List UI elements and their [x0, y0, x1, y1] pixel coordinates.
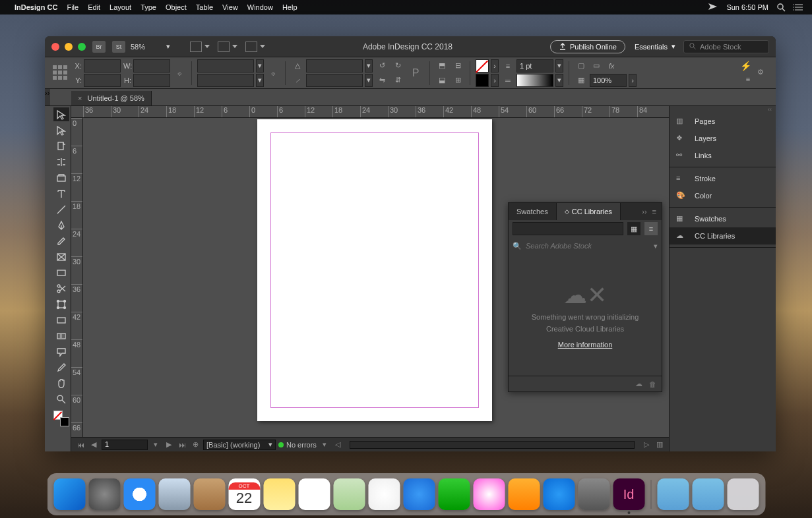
vertical-ruler[interactable]: 0612182430364248546066: [71, 118, 83, 437]
window-close-button[interactable]: [51, 43, 59, 51]
menu-window[interactable]: Window: [247, 3, 273, 11]
fx-icon[interactable]: fx: [605, 59, 618, 72]
scale-x-dropdown[interactable]: ▾: [256, 59, 264, 72]
window-zoom-button[interactable]: [78, 43, 86, 51]
type-tool[interactable]: [53, 187, 69, 200]
pen-tool[interactable]: [53, 218, 69, 232]
arrange-icon[interactable]: [218, 42, 230, 52]
panel-menu-icon[interactable]: ≡: [652, 208, 656, 216]
horizontal-ruler[interactable]: 363024181260612182430364248546066727884: [71, 106, 669, 118]
menu-layout[interactable]: Layout: [109, 3, 131, 11]
panel-color[interactable]: 🎨Color: [670, 187, 776, 204]
menu-view[interactable]: View: [222, 3, 238, 11]
preflight-dropdown[interactable]: ▾: [319, 440, 330, 450]
panel-cc-libraries[interactable]: ☁CC Libraries: [670, 227, 776, 245]
dock-indesign[interactable]: Id: [613, 478, 644, 510]
scroll-right[interactable]: ▷: [641, 440, 652, 450]
scissors-tool[interactable]: [53, 281, 69, 295]
document-page[interactable]: [257, 119, 492, 421]
content-collector-tool[interactable]: [53, 171, 69, 185]
select-content-icon[interactable]: ⬓: [435, 74, 449, 87]
document-canvas[interactable]: Swatches ◇CC Libraries ››≡ ▦ ≡ 🔍: [83, 118, 669, 437]
library-select-dropdown[interactable]: [513, 222, 623, 235]
panel-stroke[interactable]: ≡Stroke: [670, 170, 776, 187]
dock-photos[interactable]: [368, 478, 400, 510]
grid-view-button[interactable]: ▦: [627, 222, 640, 235]
flip-v-icon[interactable]: ⇵: [391, 74, 404, 87]
fill-stroke-widget[interactable]: [53, 411, 69, 426]
horizontal-scrollbar[interactable]: [350, 441, 635, 449]
fill-swatch[interactable]: [476, 59, 489, 72]
menubar-clock[interactable]: Sun 6:50 PM: [726, 3, 768, 11]
panel-pages[interactable]: ▥Pages: [670, 113, 776, 130]
stock-search-input[interactable]: [526, 242, 650, 250]
hand-tool[interactable]: [53, 376, 69, 390]
rotate-field[interactable]: [306, 59, 363, 72]
control-menu-icon[interactable]: ≡: [741, 72, 755, 86]
menu-table[interactable]: Table: [196, 3, 213, 11]
page-tool[interactable]: [53, 139, 69, 153]
rotate-ccw-icon[interactable]: ↺: [375, 59, 389, 72]
select-next-icon[interactable]: ⊞: [451, 74, 464, 87]
menu-file[interactable]: File: [67, 3, 78, 11]
dock-apps-folder[interactable]: [657, 478, 689, 510]
gradient-feather-tool[interactable]: [53, 329, 69, 343]
dock-finder[interactable]: [53, 478, 85, 510]
library-delete-icon[interactable]: 🗑: [649, 380, 656, 388]
rotate-cw-icon[interactable]: ↻: [391, 59, 404, 72]
panel-tab-cc-libraries[interactable]: ◇CC Libraries: [557, 203, 621, 220]
panel-swatches[interactable]: ▦Swatches: [670, 210, 776, 227]
panel-tab-swatches[interactable]: Swatches: [509, 203, 557, 220]
dock-reminders[interactable]: [298, 478, 330, 510]
next-page-button[interactable]: ▶: [164, 440, 174, 450]
bridge-button[interactable]: Br: [92, 41, 106, 53]
note-tool[interactable]: [53, 345, 69, 359]
x-field[interactable]: [84, 59, 121, 72]
adobe-stock-search[interactable]: Adobe Stock: [683, 40, 769, 53]
preflight-profile-dropdown[interactable]: [Basic] (working)▾: [203, 440, 276, 450]
feather-icon[interactable]: ▭: [590, 59, 603, 72]
panel-links[interactable]: ⚯Links: [670, 147, 776, 164]
menu-help[interactable]: Help: [282, 3, 297, 11]
scale-x-field[interactable]: [197, 59, 254, 72]
publish-online-button[interactable]: Publish Online: [550, 40, 625, 53]
dock-trash[interactable]: [727, 478, 759, 510]
scroll-left[interactable]: ◁: [332, 440, 343, 450]
y-field[interactable]: [84, 74, 121, 87]
dock-ibooks[interactable]: [508, 478, 540, 510]
dock-itunes[interactable]: [473, 478, 505, 510]
workspace-switcher[interactable]: Essentials▾: [635, 42, 675, 51]
line-tool[interactable]: [53, 202, 69, 216]
select-prev-icon[interactable]: ⊟: [451, 59, 464, 72]
list-view-button[interactable]: ≡: [644, 222, 658, 235]
scale-y-field[interactable]: [197, 74, 254, 87]
gap-tool[interactable]: [53, 155, 69, 169]
rectangle-tool[interactable]: [53, 266, 69, 279]
first-page-button[interactable]: ⏮: [75, 440, 86, 450]
constrain-link-icon[interactable]: ⟐: [173, 67, 186, 80]
rectangle-frame-tool[interactable]: [53, 250, 69, 264]
split-view-icon[interactable]: ▥: [654, 440, 665, 450]
w-field[interactable]: [133, 59, 170, 72]
dock-notes[interactable]: [263, 478, 295, 510]
drop-shadow-icon[interactable]: ▢: [575, 59, 588, 72]
menu-object[interactable]: Object: [166, 3, 187, 11]
page-dropdown-icon[interactable]: ▾: [150, 440, 161, 450]
dock-downloads-folder[interactable]: [692, 478, 724, 510]
quick-apply-icon[interactable]: ⚡: [740, 61, 751, 71]
dock-contacts[interactable]: [193, 478, 225, 510]
notification-center-icon[interactable]: [708, 3, 718, 12]
panel-collapse-icon[interactable]: ››: [642, 208, 646, 216]
page-number-field[interactable]: 1: [102, 440, 148, 450]
direct-selection-tool[interactable]: [53, 123, 69, 137]
dock-messages[interactable]: [403, 478, 435, 510]
select-container-icon[interactable]: ⬒: [435, 59, 449, 72]
eyedropper-tool[interactable]: [53, 360, 69, 374]
menubar-list-icon[interactable]: [794, 3, 804, 11]
screen-mode-icon[interactable]: [190, 42, 202, 52]
menu-type[interactable]: Type: [141, 3, 156, 11]
dock-launchpad[interactable]: [88, 478, 120, 510]
close-tab-icon[interactable]: ×: [78, 94, 82, 102]
reference-point-widget[interactable]: [53, 65, 69, 81]
control-settings-icon[interactable]: ⚙: [757, 68, 768, 78]
